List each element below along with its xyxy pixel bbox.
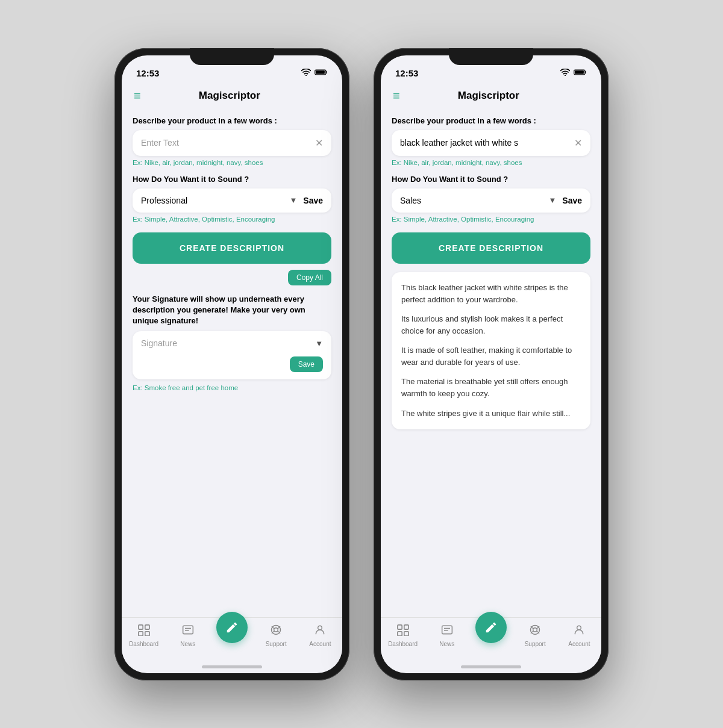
bottom-nav-2: Dashboard News — [381, 617, 601, 665]
nav-account-2[interactable]: Account — [557, 624, 601, 647]
phone-1: 12:53 — [114, 48, 349, 680]
main-scroll-2[interactable]: Describe your product in a few words : b… — [381, 108, 601, 617]
sig-placeholder-1: Signature — [141, 338, 177, 348]
nav-dashboard-label-1: Dashboard — [129, 641, 158, 647]
nav-news-2[interactable]: News — [425, 624, 469, 647]
svg-rect-2 — [316, 70, 325, 74]
clear-icon-2[interactable]: ✕ — [574, 137, 582, 149]
nav-fab-1[interactable] — [216, 612, 248, 643]
product-input-2[interactable]: black leather jacket with white s — [400, 138, 574, 148]
svg-point-10 — [272, 625, 281, 634]
dashboard-icon-1 — [137, 624, 151, 639]
wifi-icon-2 — [560, 67, 570, 78]
status-time-1: 12:53 — [136, 68, 159, 78]
nav-news-label-2: News — [439, 641, 454, 647]
app-header-1: ≡ Magiscriptor — [122, 82, 342, 108]
nav-dashboard-2[interactable]: Dashboard — [381, 624, 425, 647]
tone-arrow-2: ▼ — [548, 196, 556, 205]
menu-icon-1[interactable]: ≡ — [134, 89, 141, 103]
nav-support-2[interactable]: Support — [513, 624, 557, 647]
svg-rect-19 — [575, 70, 584, 74]
news-icon-1 — [182, 624, 194, 639]
dashboard-icon-2 — [396, 624, 410, 639]
svg-rect-21 — [404, 624, 408, 629]
nav-news-label-1: News — [180, 641, 195, 647]
nav-account-1[interactable]: Account — [298, 624, 342, 647]
phone-2-screen: 12:53 — [381, 55, 601, 673]
scene: 12:53 — [90, 24, 633, 705]
support-icon-1 — [270, 624, 282, 639]
wifi-icon-1 — [301, 67, 311, 78]
result-box-2: This black leather jacket with white str… — [392, 272, 590, 429]
bottom-nav-1: Dashboard News — [122, 617, 342, 665]
sig-top-1: Signature ▼ — [141, 338, 323, 348]
tone-dropdown-1[interactable]: Professional ▼ Save — [133, 188, 331, 213]
nav-news-1[interactable]: News — [166, 624, 210, 647]
tone-dropdown-2[interactable]: Sales ▼ Save — [392, 188, 590, 213]
svg-rect-23 — [404, 631, 408, 635]
support-icon-2 — [529, 624, 541, 639]
battery-icon-2 — [574, 67, 587, 78]
account-icon-1 — [314, 624, 326, 639]
sig-box-1[interactable]: Signature ▼ Save — [133, 331, 331, 379]
create-btn-2[interactable]: CREATE DESCRIPTION — [392, 232, 590, 264]
svg-rect-4 — [145, 624, 149, 629]
menu-icon-2[interactable]: ≡ — [393, 89, 400, 103]
tone-save-btn-1[interactable]: Save — [303, 196, 323, 205]
tone-value-2: Sales — [400, 196, 542, 205]
describe-label-2: Describe your product in a few words : — [392, 116, 590, 125]
sound-label-1: How Do You Want it to Sound ? — [133, 175, 331, 184]
svg-rect-5 — [139, 631, 143, 635]
nav-support-label-1: Support — [266, 641, 287, 647]
result-para-4: The white stripes give it a unique flair… — [401, 408, 581, 420]
svg-point-28 — [533, 627, 537, 632]
copy-all-row-1: Copy All — [133, 270, 331, 285]
result-para-3: The material is breathable yet still off… — [401, 376, 581, 400]
svg-point-0 — [305, 75, 307, 76]
nav-dashboard-1[interactable]: Dashboard — [122, 624, 166, 647]
svg-rect-24 — [442, 626, 452, 633]
nav-account-label-1: Account — [309, 641, 331, 647]
svg-rect-6 — [145, 631, 149, 635]
battery-icon-1 — [315, 67, 328, 78]
svg-rect-3 — [139, 624, 143, 629]
account-icon-2 — [573, 624, 585, 639]
nav-support-1[interactable]: Support — [254, 624, 298, 647]
notch-1 — [190, 48, 274, 65]
input-hint-1: Ex: Nike, air, jordan, midnight, navy, s… — [133, 159, 331, 166]
news-icon-2 — [441, 624, 453, 639]
svg-rect-7 — [183, 626, 193, 633]
sound-label-2: How Do You Want it to Sound ? — [392, 175, 590, 184]
sig-title-1: Your Signature will show up underneath e… — [133, 294, 331, 327]
result-para-1: Its luxurious and stylish look makes it … — [401, 313, 581, 337]
app-title-2: Magiscriptor — [407, 90, 570, 102]
input-hint-2: Ex: Nike, air, jordan, midnight, navy, s… — [392, 159, 590, 166]
create-btn-1[interactable]: CREATE DESCRIPTION — [133, 232, 331, 264]
sig-save-btn-1[interactable]: Save — [290, 356, 323, 372]
sound-hint-1: Ex: Simple, Attractive, Optimistic, Enco… — [133, 216, 331, 223]
sig-hint-1: Ex: Smoke free and pet free home — [133, 384, 331, 391]
product-input-1[interactable]: Enter Text — [141, 138, 315, 148]
product-input-box-1[interactable]: Enter Text ✕ — [133, 130, 331, 156]
home-indicator-2 — [461, 665, 521, 668]
svg-point-16 — [318, 626, 322, 630]
result-para-2: It is made of soft leather, making it co… — [401, 344, 581, 369]
product-input-box-2[interactable]: black leather jacket with white s ✕ — [392, 130, 590, 156]
nav-account-label-2: Account — [568, 641, 590, 647]
nav-dashboard-label-2: Dashboard — [388, 641, 418, 647]
svg-point-17 — [565, 75, 566, 76]
clear-icon-1[interactable]: ✕ — [315, 137, 323, 149]
status-icons-2 — [560, 67, 587, 78]
tone-arrow-1: ▼ — [289, 196, 297, 205]
svg-point-27 — [531, 625, 540, 634]
nav-fab-2[interactable] — [475, 612, 507, 643]
tone-save-btn-2[interactable]: Save — [562, 196, 582, 205]
copy-all-btn-1[interactable]: Copy All — [288, 270, 331, 285]
sig-arrow-1: ▼ — [315, 339, 323, 348]
svg-point-33 — [577, 626, 581, 630]
home-indicator-1 — [202, 665, 262, 668]
main-scroll-1[interactable]: Describe your product in a few words : E… — [122, 108, 342, 617]
svg-point-11 — [274, 627, 278, 632]
describe-label-1: Describe your product in a few words : — [133, 116, 331, 125]
app-header-2: ≡ Magiscriptor — [381, 82, 601, 108]
